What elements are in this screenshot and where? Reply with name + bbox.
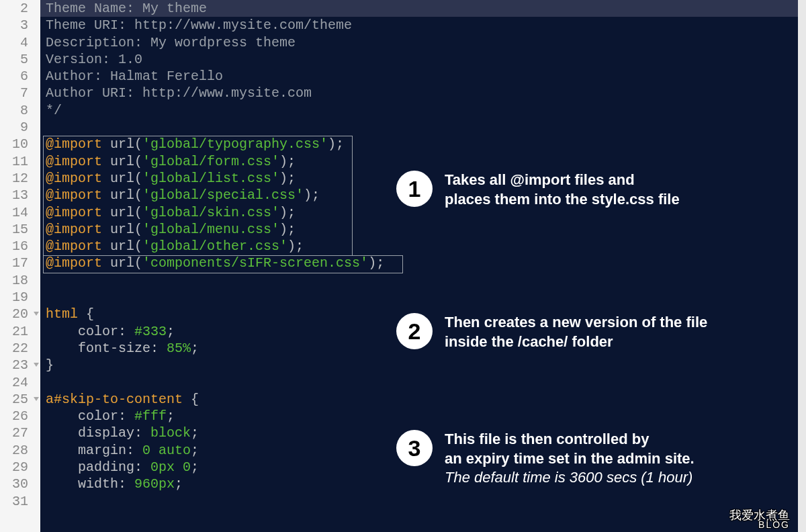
line-number: 30 xyxy=(0,476,40,492)
badge-icon: 1 xyxy=(396,171,433,207)
code-line: Theme URI: http://www.mysite.com/theme xyxy=(40,17,798,34)
watermark: 我爱水煮鱼 BLOG xyxy=(729,510,790,529)
annotation-3: 3 This file is then controlled by an exp… xyxy=(396,430,695,488)
code-line xyxy=(40,272,798,289)
line-number: 21 xyxy=(0,323,40,340)
line-number: 10 xyxy=(0,136,40,152)
line-number: 9 xyxy=(0,119,40,136)
line-number: 14 xyxy=(0,204,40,221)
line-number: 22 xyxy=(0,340,40,357)
line-number: 26 xyxy=(0,408,40,425)
annotation-text: Takes all @import files and places them … xyxy=(445,171,680,209)
line-number: 28 xyxy=(0,442,40,459)
line-number: 2 xyxy=(0,0,40,17)
annotation-text: Then creates a new version of the file i… xyxy=(445,313,707,351)
line-number: 13 xyxy=(0,187,40,204)
line-number: 11 xyxy=(0,153,40,170)
line-number: 5 xyxy=(0,51,40,68)
code-line: Description: My wordpress theme xyxy=(40,34,798,51)
line-number: 24 xyxy=(0,374,40,391)
line-number: 19 xyxy=(0,289,40,306)
import-line: @import url('global/typography.css'); xyxy=(40,136,798,152)
line-number: 8 xyxy=(0,102,40,119)
code-line: Version: 1.0 xyxy=(40,51,798,68)
line-number: 6 xyxy=(0,68,40,85)
line-number: 25 xyxy=(0,391,40,408)
line-number: 16 xyxy=(0,238,40,255)
code-line xyxy=(40,289,798,306)
line-number: 27 xyxy=(0,425,40,441)
code-line: Theme Name: My theme xyxy=(40,0,798,17)
line-number: 23 xyxy=(0,357,40,373)
code-line: Author URI: http://www.mysite.com xyxy=(40,85,798,101)
line-number: 29 xyxy=(0,459,40,476)
code-line: Author: Halmat Ferello xyxy=(40,68,798,85)
line-number-gutter: 2345678910111213141516171819202122232425… xyxy=(0,0,40,532)
code-area[interactable]: Theme Name: My theme Theme URI: http://w… xyxy=(40,0,798,532)
line-number: 4 xyxy=(0,34,40,51)
line-number: 31 xyxy=(0,493,40,510)
line-number: 3 xyxy=(0,17,40,34)
line-number: 17 xyxy=(0,255,40,271)
code-line xyxy=(40,493,798,510)
badge-icon: 2 xyxy=(396,313,433,349)
import-line: @import url('global/other.css'); xyxy=(40,238,798,255)
line-number: 7 xyxy=(0,85,40,101)
brace-line: } xyxy=(40,357,798,373)
annotation-2: 2 Then creates a new version of the file… xyxy=(396,313,707,351)
line-number: 18 xyxy=(0,272,40,289)
code-line xyxy=(40,374,798,391)
badge-icon: 3 xyxy=(396,430,433,466)
code-line: */ xyxy=(40,102,798,119)
code-line xyxy=(40,119,798,136)
line-number: 12 xyxy=(0,170,40,187)
line-number: 15 xyxy=(0,221,40,238)
decl-line: color: #fff; xyxy=(40,408,798,425)
line-number: 20 xyxy=(0,306,40,322)
import-line: @import url('global/menu.css'); xyxy=(40,221,798,238)
import-line: @import url('components/sIFR-screen.css'… xyxy=(40,255,798,271)
code-editor: 2345678910111213141516171819202122232425… xyxy=(0,0,806,532)
annotation-text: This file is then controlled by an expir… xyxy=(445,430,695,488)
annotation-1: 1 Takes all @import files and places the… xyxy=(396,171,680,209)
import-line: @import url('global/form.css'); xyxy=(40,153,798,170)
selector-line: a#skip-to-content { xyxy=(40,391,798,408)
